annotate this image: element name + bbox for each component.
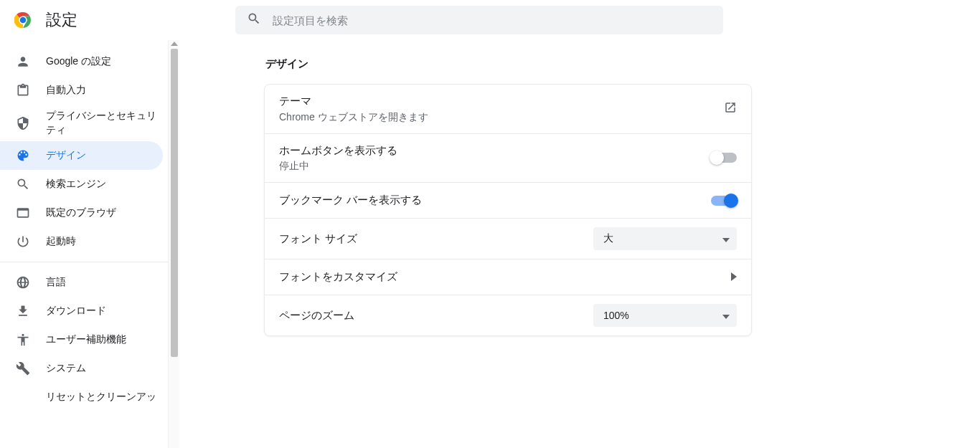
row-theme[interactable]: テーマ Chrome ウェブストアを開きます (265, 85, 751, 133)
sidebar-item-appearance[interactable]: デザイン (0, 141, 163, 170)
sidebar-item-search-engine[interactable]: 検索エンジン (0, 170, 163, 199)
row-customize-fonts[interactable]: フォントをカスタマイズ (265, 259, 751, 295)
clipboard-icon (16, 83, 30, 97)
globe-icon (16, 275, 30, 290)
search-icon (16, 177, 30, 191)
page-title: 設定 (46, 9, 77, 31)
sidebar-item-label: 既定のブラウザ (46, 206, 116, 220)
select-font-size[interactable]: 大 (593, 227, 737, 250)
search-input[interactable] (273, 14, 712, 27)
reset-icon (16, 390, 30, 404)
chevron-right-icon (731, 271, 737, 284)
search-bar[interactable] (235, 6, 723, 34)
select-page-zoom[interactable]: 100% (593, 304, 737, 327)
sidebar-item-google[interactable]: Google の設定 (0, 47, 163, 76)
row-label: ブックマーク バーを表示する (279, 192, 422, 209)
row-label: フォントをカスタマイズ (279, 269, 397, 285)
sidebar-scrollbar[interactable] (168, 40, 179, 448)
open-external-icon (724, 101, 737, 117)
sidebar: Google の設定 自動入力 プライバシーとセキュリティ デザイン 検索エンジ… (0, 40, 169, 448)
toggle-home-button[interactable] (711, 153, 737, 163)
row-page-zoom: ページのズーム 100% (265, 295, 751, 335)
sidebar-item-label: ダウンロード (46, 304, 106, 318)
row-home-button[interactable]: ホームボタンを表示する 停止中 (265, 133, 751, 183)
sidebar-item-label: デザイン (46, 148, 86, 163)
sidebar-item-reset[interactable]: リセットとクリーンアッ (0, 383, 163, 411)
chrome-logo-icon (14, 11, 32, 29)
nav-divider (0, 262, 169, 262)
row-label: ホームボタンを表示する (279, 143, 397, 159)
sidebar-item-label: ユーザー補助機能 (46, 333, 126, 347)
sidebar-item-system[interactable]: システム (0, 354, 163, 383)
toggle-bookmark-bar[interactable] (711, 196, 737, 206)
power-icon (16, 234, 30, 249)
sidebar-item-downloads[interactable]: ダウンロード (0, 297, 163, 325)
dropdown-icon (722, 310, 730, 321)
sidebar-item-label: 起動時 (46, 234, 76, 249)
search-icon (247, 11, 273, 29)
row-font-size: フォント サイズ 大 (265, 218, 751, 259)
section-title: デザイン (264, 57, 752, 71)
sidebar-item-privacy[interactable]: プライバシーとセキュリティ (0, 105, 163, 141)
sidebar-item-label: 検索エンジン (46, 177, 106, 191)
row-sublabel: 停止中 (279, 158, 397, 173)
row-bookmark-bar[interactable]: ブックマーク バーを表示する (265, 182, 751, 218)
sidebar-item-label: リセットとクリーンアッ (46, 390, 156, 404)
sidebar-item-label: 自動入力 (46, 83, 86, 97)
row-label: テーマ (279, 93, 428, 110)
dropdown-icon (722, 233, 730, 244)
sidebar-item-label: プライバシーとセキュリティ (46, 109, 163, 137)
sidebar-item-accessibility[interactable]: ユーザー補助機能 (0, 325, 163, 354)
row-sublabel: Chrome ウェブストアを開きます (279, 110, 428, 125)
sidebar-item-startup[interactable]: 起動時 (0, 227, 163, 256)
row-label: フォント サイズ (279, 231, 357, 247)
sidebar-item-label: 言語 (46, 275, 66, 290)
row-label: ページのズーム (279, 308, 354, 324)
sidebar-item-label: Google の設定 (46, 54, 111, 69)
sidebar-item-label: システム (46, 361, 86, 376)
sidebar-item-autofill[interactable]: 自動入力 (0, 76, 163, 105)
settings-card: テーマ Chrome ウェブストアを開きます ホームボタンを表示する 停止中 (264, 84, 752, 336)
person-icon (16, 54, 30, 69)
sidebar-item-default-browser[interactable]: 既定のブラウザ (0, 199, 163, 227)
scrollbar-thumb[interactable] (171, 49, 178, 357)
main-content: デザイン テーマ Chrome ウェブストアを開きます ホームボタンを表示する … (179, 40, 980, 448)
svg-point-2 (20, 17, 27, 24)
sidebar-item-language[interactable]: 言語 (0, 268, 163, 297)
wrench-icon (16, 361, 30, 376)
shield-icon (16, 116, 30, 130)
accessibility-icon (16, 333, 30, 347)
browser-icon (16, 206, 30, 220)
palette-icon (16, 148, 30, 163)
select-value: 100% (603, 310, 629, 321)
download-icon (16, 304, 30, 318)
select-value: 大 (603, 232, 613, 245)
